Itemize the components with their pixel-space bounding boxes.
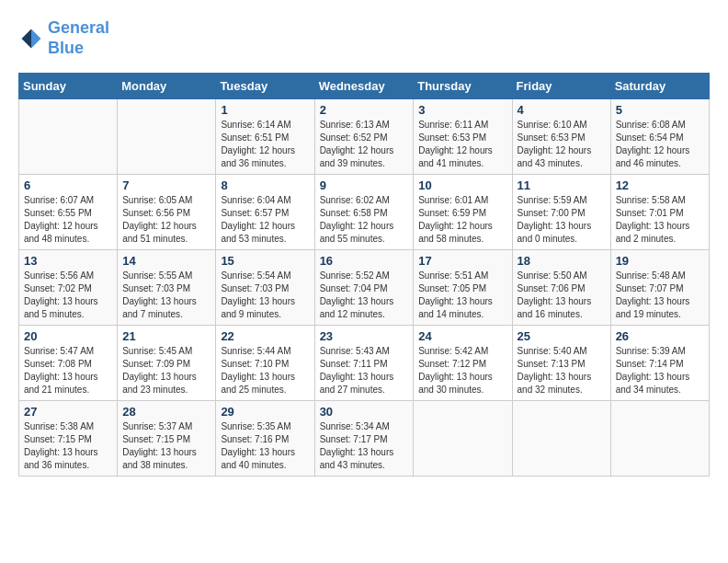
day-number: 18 <box>518 254 606 268</box>
calendar-cell: 30Sunrise: 5:34 AMSunset: 7:17 PMDayligh… <box>314 401 414 477</box>
calendar-cell: 29Sunrise: 5:35 AMSunset: 7:16 PMDayligh… <box>216 401 314 477</box>
day-number: 13 <box>24 254 112 268</box>
day-info: Sunrise: 5:43 AMSunset: 7:11 PMDaylight:… <box>320 345 409 396</box>
calendar-cell: 2Sunrise: 6:13 AMSunset: 6:52 PMDaylight… <box>314 99 414 175</box>
calendar-cell <box>414 401 512 477</box>
day-info: Sunrise: 5:39 AMSunset: 7:14 PMDaylight:… <box>616 345 704 396</box>
calendar-cell: 7Sunrise: 6:05 AMSunset: 6:56 PMDaylight… <box>118 175 216 250</box>
day-number: 24 <box>418 329 506 343</box>
day-info: Sunrise: 6:05 AMSunset: 6:56 PMDaylight:… <box>122 194 210 246</box>
calendar-cell: 8Sunrise: 6:04 AMSunset: 6:57 PMDaylight… <box>216 175 314 250</box>
logo-text: General Blue <box>48 18 109 58</box>
day-info: Sunrise: 6:01 AMSunset: 6:59 PMDaylight:… <box>418 194 506 246</box>
day-number: 14 <box>122 254 210 268</box>
day-number: 1 <box>221 103 309 117</box>
calendar-cell: 16Sunrise: 5:52 AMSunset: 7:04 PMDayligh… <box>314 250 414 326</box>
calendar-cell: 10Sunrise: 6:01 AMSunset: 6:59 PMDayligh… <box>414 175 512 250</box>
day-info: Sunrise: 6:02 AMSunset: 6:58 PMDaylight:… <box>320 194 409 246</box>
calendar-cell: 4Sunrise: 6:10 AMSunset: 6:53 PMDaylight… <box>512 99 610 175</box>
calendar-cell: 14Sunrise: 5:55 AMSunset: 7:03 PMDayligh… <box>118 250 216 326</box>
calendar-cell: 23Sunrise: 5:43 AMSunset: 7:11 PMDayligh… <box>314 326 414 401</box>
weekday-header-sunday: Sunday <box>19 74 118 99</box>
day-number: 15 <box>221 254 309 268</box>
weekday-header-wednesday: Wednesday <box>314 74 414 99</box>
day-number: 3 <box>418 103 506 117</box>
day-number: 6 <box>24 178 112 192</box>
day-number: 19 <box>616 254 704 268</box>
calendar-cell: 3Sunrise: 6:11 AMSunset: 6:53 PMDaylight… <box>414 99 512 175</box>
calendar-cell: 13Sunrise: 5:56 AMSunset: 7:02 PMDayligh… <box>19 250 118 326</box>
calendar-cell <box>19 99 118 175</box>
calendar-cell: 15Sunrise: 5:54 AMSunset: 7:03 PMDayligh… <box>216 250 314 326</box>
calendar-cell: 5Sunrise: 6:08 AMSunset: 6:54 PMDaylight… <box>610 99 709 175</box>
day-info: Sunrise: 5:50 AMSunset: 7:06 PMDaylight:… <box>518 270 606 321</box>
weekday-header-row: SundayMondayTuesdayWednesdayThursdayFrid… <box>19 74 710 99</box>
day-info: Sunrise: 5:45 AMSunset: 7:09 PMDaylight:… <box>122 345 210 396</box>
day-number: 28 <box>122 405 210 419</box>
calendar-cell: 21Sunrise: 5:45 AMSunset: 7:09 PMDayligh… <box>118 326 216 401</box>
day-info: Sunrise: 6:11 AMSunset: 6:53 PMDaylight:… <box>418 119 506 170</box>
day-info: Sunrise: 5:47 AMSunset: 7:08 PMDaylight:… <box>24 345 112 396</box>
day-number: 25 <box>518 329 606 343</box>
calendar-cell: 1Sunrise: 6:14 AMSunset: 6:51 PMDaylight… <box>216 99 314 175</box>
day-info: Sunrise: 5:55 AMSunset: 7:03 PMDaylight:… <box>122 270 210 321</box>
day-info: Sunrise: 6:08 AMSunset: 6:54 PMDaylight:… <box>616 119 704 170</box>
calendar-cell: 25Sunrise: 5:40 AMSunset: 7:13 PMDayligh… <box>512 326 610 401</box>
day-info: Sunrise: 5:59 AMSunset: 7:00 PMDaylight:… <box>518 194 606 246</box>
day-number: 2 <box>320 103 409 117</box>
day-number: 21 <box>122 329 210 343</box>
day-number: 16 <box>320 254 409 268</box>
day-info: Sunrise: 6:14 AMSunset: 6:51 PMDaylight:… <box>221 119 309 170</box>
day-number: 11 <box>518 178 606 192</box>
day-info: Sunrise: 5:42 AMSunset: 7:12 PMDaylight:… <box>418 345 506 396</box>
day-number: 27 <box>24 405 112 419</box>
calendar-cell: 6Sunrise: 6:07 AMSunset: 6:55 PMDaylight… <box>19 175 118 250</box>
day-info: Sunrise: 5:34 AMSunset: 7:17 PMDaylight:… <box>320 420 409 472</box>
weekday-header-tuesday: Tuesday <box>216 74 314 99</box>
calendar-cell: 28Sunrise: 5:37 AMSunset: 7:15 PMDayligh… <box>118 401 216 477</box>
calendar-week-row: 13Sunrise: 5:56 AMSunset: 7:02 PMDayligh… <box>19 250 710 326</box>
day-number: 17 <box>418 254 506 268</box>
calendar-cell: 22Sunrise: 5:44 AMSunset: 7:10 PMDayligh… <box>216 326 314 401</box>
day-info: Sunrise: 6:07 AMSunset: 6:55 PMDaylight:… <box>24 194 112 246</box>
weekday-header-monday: Monday <box>118 74 216 99</box>
day-info: Sunrise: 5:37 AMSunset: 7:15 PMDaylight:… <box>122 420 210 472</box>
calendar-week-row: 27Sunrise: 5:38 AMSunset: 7:15 PMDayligh… <box>19 401 710 477</box>
weekday-header-friday: Friday <box>512 74 610 99</box>
calendar-cell: 9Sunrise: 6:02 AMSunset: 6:58 PMDaylight… <box>314 175 414 250</box>
day-number: 7 <box>122 178 210 192</box>
day-number: 29 <box>221 405 309 419</box>
calendar-cell <box>118 99 216 175</box>
day-info: Sunrise: 5:51 AMSunset: 7:05 PMDaylight:… <box>418 270 506 321</box>
calendar-cell: 19Sunrise: 5:48 AMSunset: 7:07 PMDayligh… <box>610 250 709 326</box>
weekday-header-thursday: Thursday <box>414 74 512 99</box>
calendar-cell: 24Sunrise: 5:42 AMSunset: 7:12 PMDayligh… <box>414 326 512 401</box>
weekday-header-saturday: Saturday <box>610 74 709 99</box>
day-info: Sunrise: 5:48 AMSunset: 7:07 PMDaylight:… <box>616 270 704 321</box>
day-number: 23 <box>320 329 409 343</box>
day-number: 4 <box>518 103 606 117</box>
logo: General Blue <box>18 18 109 58</box>
day-number: 5 <box>616 103 704 117</box>
calendar-cell: 11Sunrise: 5:59 AMSunset: 7:00 PMDayligh… <box>512 175 610 250</box>
day-info: Sunrise: 5:40 AMSunset: 7:13 PMDaylight:… <box>518 345 606 396</box>
day-info: Sunrise: 5:58 AMSunset: 7:01 PMDaylight:… <box>616 194 704 246</box>
day-number: 26 <box>616 329 704 343</box>
day-info: Sunrise: 6:04 AMSunset: 6:57 PMDaylight:… <box>221 194 309 246</box>
day-info: Sunrise: 5:38 AMSunset: 7:15 PMDaylight:… <box>24 420 112 472</box>
day-number: 20 <box>24 329 112 343</box>
calendar-week-row: 6Sunrise: 6:07 AMSunset: 6:55 PMDaylight… <box>19 175 710 250</box>
page-header: General Blue <box>18 18 710 58</box>
calendar-cell: 20Sunrise: 5:47 AMSunset: 7:08 PMDayligh… <box>19 326 118 401</box>
day-number: 9 <box>320 178 409 192</box>
calendar-week-row: 1Sunrise: 6:14 AMSunset: 6:51 PMDaylight… <box>19 99 710 175</box>
day-info: Sunrise: 5:54 AMSunset: 7:03 PMDaylight:… <box>221 270 309 321</box>
day-number: 8 <box>221 178 309 192</box>
calendar-cell: 27Sunrise: 5:38 AMSunset: 7:15 PMDayligh… <box>19 401 118 477</box>
calendar-cell <box>610 401 709 477</box>
logo-icon <box>18 26 44 52</box>
day-number: 10 <box>418 178 506 192</box>
day-info: Sunrise: 5:56 AMSunset: 7:02 PMDaylight:… <box>24 270 112 321</box>
calendar-table: SundayMondayTuesdayWednesdayThursdayFrid… <box>18 73 710 477</box>
calendar-cell <box>512 401 610 477</box>
